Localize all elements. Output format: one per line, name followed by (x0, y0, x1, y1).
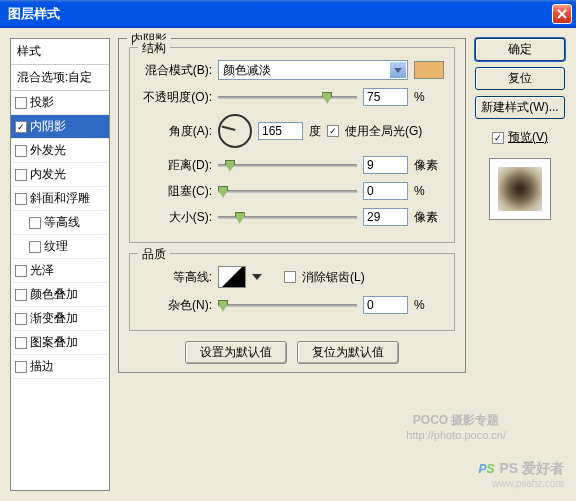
set-default-button[interactable]: 设置为默认值 (185, 341, 287, 364)
style-item-label: 图案叠加 (30, 334, 78, 351)
watermark-ps: PS PS 爱好者 www.psahz.com (478, 457, 564, 489)
blend-mode-value: 颜色减淡 (223, 62, 271, 79)
opacity-slider[interactable] (218, 96, 357, 99)
angle-unit: 度 (309, 123, 321, 140)
style-item[interactable]: 内发光 (11, 163, 109, 187)
angle-needle (221, 126, 235, 131)
style-list: 样式 混合选项:自定 投影内阴影外发光内发光斜面和浮雕等高线纹理光泽颜色叠加渐变… (10, 38, 110, 491)
angle-label: 角度(A): (140, 123, 212, 140)
style-item[interactable]: 颜色叠加 (11, 283, 109, 307)
blend-mode-select[interactable]: 颜色减淡 (218, 60, 408, 80)
distance-input[interactable] (363, 156, 408, 174)
noise-label: 杂色(N): (140, 297, 212, 314)
window-title: 图层样式 (8, 5, 552, 23)
watermark: POCO 摄影专题 http://photo.poco.cn/ (406, 412, 506, 441)
opacity-label: 不透明度(O): (140, 89, 212, 106)
choke-unit: % (414, 184, 444, 198)
style-checkbox[interactable] (15, 289, 27, 301)
size-input[interactable] (363, 208, 408, 226)
contour-label: 等高线: (140, 269, 212, 286)
global-light-label: 使用全局光(G) (345, 123, 422, 140)
style-checkbox[interactable] (29, 217, 41, 229)
noise-input[interactable] (363, 296, 408, 314)
style-item[interactable]: 等高线 (11, 211, 109, 235)
reset-default-button[interactable]: 复位为默认值 (297, 341, 399, 364)
slider-thumb[interactable] (322, 92, 332, 104)
style-checkbox[interactable] (15, 313, 27, 325)
quality-legend: 品质 (138, 246, 170, 263)
style-item-label: 内阴影 (30, 118, 66, 135)
blend-mode-label: 混合模式(B): (140, 62, 212, 79)
structure-fieldset: 结构 混合模式(B): 颜色减淡 不透明度(O): (129, 47, 455, 243)
style-item[interactable]: 图案叠加 (11, 331, 109, 355)
size-label: 大小(S): (140, 209, 212, 226)
size-slider[interactable] (218, 216, 357, 219)
structure-legend: 结构 (138, 40, 170, 57)
slider-thumb[interactable] (235, 212, 245, 224)
slider-thumb[interactable] (225, 160, 235, 172)
layer-style-dialog: 图层样式 样式 混合选项:自定 投影内阴影外发光内发光斜面和浮雕等高线纹理光泽颜… (0, 0, 576, 501)
contour-picker[interactable] (218, 266, 246, 288)
style-checkbox[interactable] (15, 265, 27, 277)
style-checkbox[interactable] (15, 145, 27, 157)
choke-input[interactable] (363, 182, 408, 200)
titlebar: 图层样式 (0, 0, 576, 28)
slider-thumb[interactable] (218, 186, 228, 198)
preview-swatch (498, 167, 542, 211)
ok-button[interactable]: 确定 (475, 38, 565, 61)
style-item[interactable]: 渐变叠加 (11, 307, 109, 331)
style-checkbox[interactable] (29, 241, 41, 253)
style-checkbox[interactable] (15, 337, 27, 349)
noise-slider[interactable] (218, 304, 357, 307)
preview-label: 预览(V) (508, 129, 548, 146)
style-list-header[interactable]: 样式 (11, 39, 109, 65)
style-item-label: 投影 (30, 94, 54, 111)
style-item-label: 颜色叠加 (30, 286, 78, 303)
style-item[interactable]: 斜面和浮雕 (11, 187, 109, 211)
global-light-checkbox[interactable] (327, 125, 339, 137)
style-item[interactable]: 投影 (11, 91, 109, 115)
noise-unit: % (414, 298, 444, 312)
style-item-label: 外发光 (30, 142, 66, 159)
chevron-down-icon (390, 62, 406, 78)
preview-box (489, 158, 551, 220)
style-item-label: 渐变叠加 (30, 310, 78, 327)
style-checkbox[interactable] (15, 169, 27, 181)
style-checkbox[interactable] (15, 97, 27, 109)
style-item[interactable]: 描边 (11, 355, 109, 379)
size-unit: 像素 (414, 209, 444, 226)
style-item-label: 等高线 (44, 214, 80, 231)
style-item-label: 纹理 (44, 238, 68, 255)
style-checkbox[interactable] (15, 361, 27, 373)
blending-options-item[interactable]: 混合选项:自定 (11, 65, 109, 91)
style-item-label: 光泽 (30, 262, 54, 279)
style-item-label: 斜面和浮雕 (30, 190, 90, 207)
color-swatch[interactable] (414, 61, 444, 79)
chevron-down-icon[interactable] (252, 274, 262, 280)
antialias-checkbox[interactable] (284, 271, 296, 283)
style-item[interactable]: 外发光 (11, 139, 109, 163)
choke-label: 阻塞(C): (140, 183, 212, 200)
style-item[interactable]: 内阴影 (11, 115, 109, 139)
quality-fieldset: 品质 等高线: 消除锯齿(L) 杂色(N): % (129, 253, 455, 331)
style-item-label: 内发光 (30, 166, 66, 183)
choke-slider[interactable] (218, 190, 357, 193)
opacity-unit: % (414, 90, 444, 104)
preview-checkbox[interactable] (492, 132, 504, 144)
style-item[interactable]: 光泽 (11, 259, 109, 283)
opacity-input[interactable] (363, 88, 408, 106)
style-checkbox[interactable] (15, 121, 27, 133)
distance-slider[interactable] (218, 164, 357, 167)
style-item[interactable]: 纹理 (11, 235, 109, 259)
new-style-button[interactable]: 新建样式(W)... (475, 96, 565, 119)
style-checkbox[interactable] (15, 193, 27, 205)
distance-unit: 像素 (414, 157, 444, 174)
slider-thumb[interactable] (218, 300, 228, 312)
close-button[interactable] (552, 4, 572, 24)
style-item-label: 描边 (30, 358, 54, 375)
angle-dial[interactable] (218, 114, 252, 148)
cancel-button[interactable]: 复位 (475, 67, 565, 90)
effect-fieldset: 内阴影 结构 混合模式(B): 颜色减淡 (118, 38, 466, 373)
angle-input[interactable] (258, 122, 303, 140)
antialias-label: 消除锯齿(L) (302, 269, 365, 286)
